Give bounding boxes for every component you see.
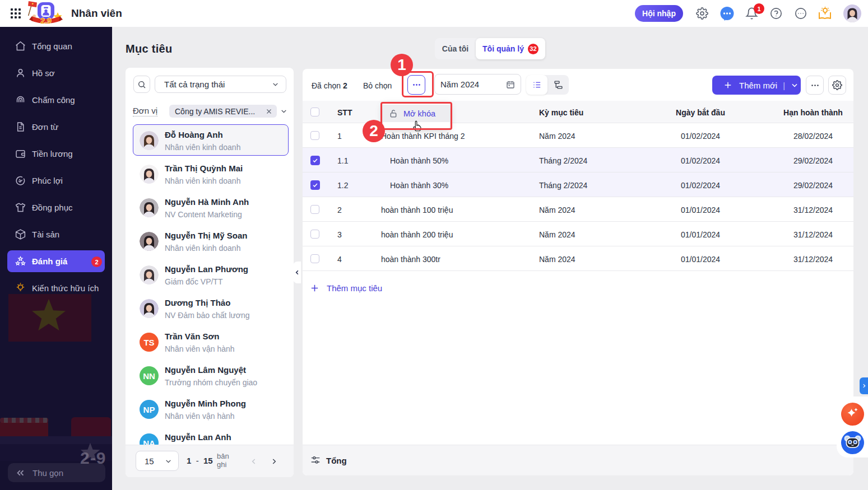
svg-text:2.9: 2.9 [40,16,52,25]
